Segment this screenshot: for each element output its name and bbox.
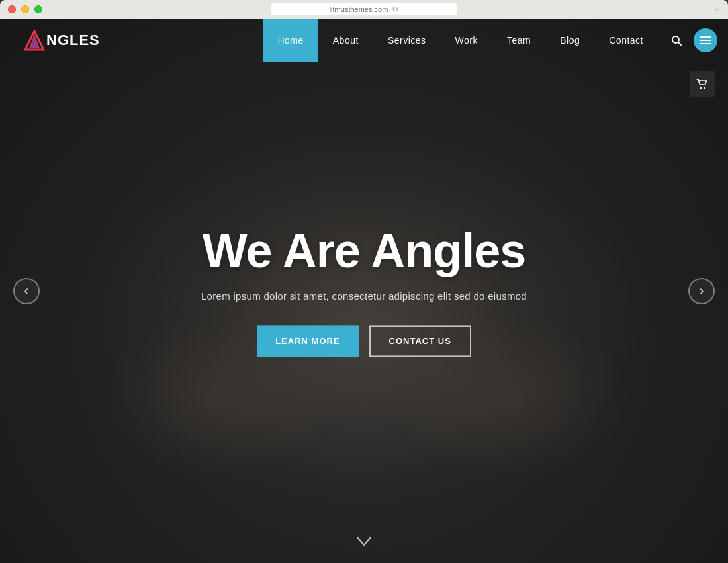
contact-us-button[interactable]: CONTACT US: [369, 325, 471, 357]
maximize-button[interactable]: [34, 5, 42, 13]
chevron-right-icon: ›: [699, 284, 704, 298]
menu-button[interactable]: [694, 28, 717, 52]
search-button[interactable]: [664, 28, 688, 52]
refresh-icon[interactable]: ↻: [392, 5, 398, 14]
nav-item-services[interactable]: Services: [373, 19, 441, 62]
new-tab-button[interactable]: +: [714, 3, 720, 15]
nav-item-home[interactable]: Home: [263, 19, 318, 62]
search-icon: [671, 35, 682, 46]
cart-icon: [696, 79, 708, 89]
nav-item-team[interactable]: Team: [492, 19, 545, 62]
mac-titlebar: litmusthemes.com ↻ +: [0, 0, 728, 19]
nav-item-blog[interactable]: Blog: [545, 19, 594, 62]
svg-marker-1: [29, 34, 40, 48]
navbar: NGLES Home About Services Work Team Blog…: [0, 19, 728, 62]
nav-item-about[interactable]: About: [318, 19, 373, 62]
hamburger-icon: [700, 36, 711, 44]
prev-slide-button[interactable]: ‹: [13, 278, 40, 304]
hero-title: We Are Angles: [73, 225, 655, 277]
learn-more-button[interactable]: LEARN MORE: [257, 325, 358, 357]
browser-content: NGLES Home About Services Work Team Blog…: [0, 19, 728, 563]
next-slide-button[interactable]: ›: [688, 278, 715, 304]
logo[interactable]: NGLES: [24, 30, 100, 51]
nav-item-contact[interactable]: Contact: [594, 19, 658, 62]
svg-line-3: [678, 42, 681, 45]
chevron-down-icon: [357, 537, 371, 546]
nav-item-work[interactable]: Work: [441, 19, 492, 62]
url-text: litmusthemes.com: [330, 5, 388, 13]
logo-text: NGLES: [46, 32, 100, 49]
nav-icons: [664, 28, 717, 52]
svg-point-8: [704, 87, 705, 89]
chevron-left-icon: ‹: [24, 284, 28, 298]
logo-icon: [24, 30, 45, 51]
address-bar[interactable]: litmusthemes.com ↻: [271, 3, 457, 15]
hero-subtitle: Lorem ipsum dolor sit amet, consectetur …: [73, 290, 655, 302]
svg-point-7: [700, 87, 702, 89]
nav-links: Home About Services Work Team Blog Conta…: [263, 19, 658, 62]
cart-button[interactable]: [690, 71, 715, 97]
scroll-down-button[interactable]: [357, 533, 371, 550]
hero-buttons: LEARN MORE CONTACT US: [73, 325, 655, 357]
close-button[interactable]: [8, 5, 16, 13]
hero-content: We Are Angles Lorem ipsum dolor sit amet…: [73, 225, 655, 357]
minimize-button[interactable]: [21, 5, 29, 13]
